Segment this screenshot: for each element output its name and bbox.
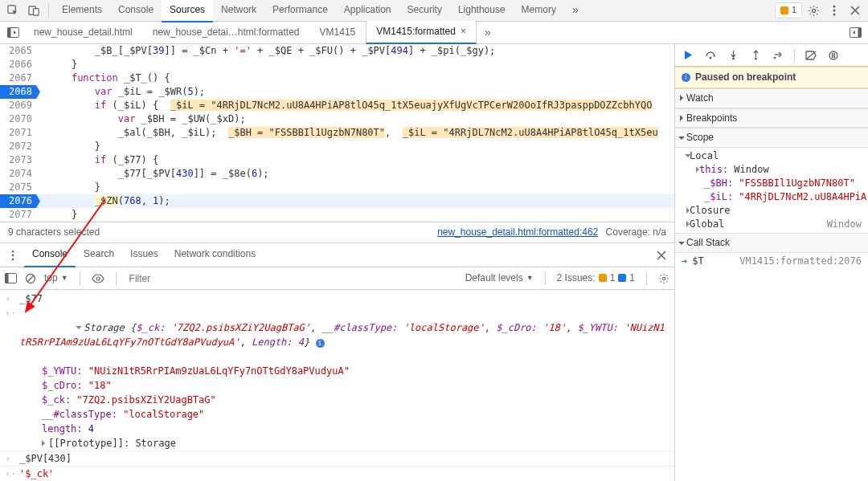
main-tab-security[interactable]: Security xyxy=(399,0,450,22)
code-line[interactable]: 2067 function _$T_() { xyxy=(0,71,674,85)
close-tab-icon[interactable]: × xyxy=(461,25,466,39)
code-line[interactable]: 2078 function _$wb(_$Cn) { xyxy=(0,222,674,222)
line-number-gutter[interactable]: 2066 xyxy=(0,58,40,71)
line-number-gutter[interactable]: 2071 xyxy=(0,126,40,140)
main-tab-performance[interactable]: Performance xyxy=(264,0,336,22)
live-expression-eye-icon[interactable] xyxy=(92,274,104,283)
drawer-close-icon[interactable] xyxy=(652,246,671,265)
source-tab[interactable]: new_house_detail.html xyxy=(24,21,143,44)
line-number-gutter[interactable]: 2070 xyxy=(0,112,40,126)
drawer-tab-console[interactable]: Console xyxy=(24,243,76,267)
scope-closure-header[interactable]: Closure xyxy=(686,204,868,218)
watch-section-header[interactable]: Watch xyxy=(675,88,868,108)
pause-on-exceptions-icon[interactable] xyxy=(824,46,843,65)
code-line[interactable]: 2077 } xyxy=(0,208,674,222)
source-tab[interactable]: VM1415 xyxy=(310,21,366,44)
main-tab-sources[interactable]: Sources xyxy=(162,0,213,22)
object-prototype[interactable]: [[Prototype]]: Storage xyxy=(19,436,669,450)
execution-context-selector[interactable]: top▼ xyxy=(44,271,68,285)
console-input-echo: _$PV[430] xyxy=(19,451,669,466)
source-location-link[interactable]: new_house_detail.html:formatted:462 xyxy=(437,226,598,238)
devtools-main-toolbar: ElementsConsoleSourcesNetworkPerformance… xyxy=(0,0,868,22)
scope-section-header[interactable]: Scope xyxy=(675,128,868,148)
info-icon[interactable]: i xyxy=(316,339,325,348)
debugger-sidebar-toggle-icon[interactable] xyxy=(845,23,865,43)
scope-local-header[interactable]: Local xyxy=(686,149,868,163)
step-out-icon[interactable] xyxy=(746,46,765,65)
code-line[interactable]: 2065 _$B_[_$PV[39]] = _$Cn + '=' + _$QE … xyxy=(0,44,674,58)
code-line[interactable]: 2076 _$ZN(768, 1); xyxy=(0,194,674,208)
main-tab-elements[interactable]: Elements xyxy=(54,0,110,22)
code-line[interactable]: 2071 _$al(_$BH, _$iL); _$BH = "FSSBBIl1U… xyxy=(0,126,674,140)
console-settings-gear-icon[interactable] xyxy=(658,273,669,284)
svg-point-13 xyxy=(12,254,14,256)
navigator-toggle-icon[interactable] xyxy=(3,23,23,43)
scope-global-header[interactable]: GlobalWindow xyxy=(686,218,868,231)
scope-variable[interactable]: this: Window xyxy=(696,163,868,177)
line-number-gutter[interactable]: 2068 xyxy=(0,85,40,99)
more-tabs-icon[interactable]: » xyxy=(566,1,585,20)
drawer-tab-search[interactable]: Search xyxy=(76,243,122,267)
line-number-gutter[interactable]: 2074 xyxy=(0,167,40,181)
line-number-gutter[interactable]: 2075 xyxy=(0,181,40,194)
line-number-gutter[interactable]: 2069 xyxy=(0,99,40,112)
code-line[interactable]: 2070 var _$BH = _$UW(_$xD); xyxy=(0,112,674,126)
svg-point-19 xyxy=(96,277,100,280)
console-result: '$_ck' xyxy=(19,467,669,481)
code-line[interactable]: 2074 _$77[_$PV[430]] = _$8e(6); xyxy=(0,167,674,181)
callstack-section-header[interactable]: Call Stack xyxy=(675,233,868,253)
step-into-icon[interactable] xyxy=(723,46,743,65)
console-filter-input[interactable] xyxy=(128,272,457,285)
resume-icon[interactable] xyxy=(678,46,698,65)
main-tab-lighthouse[interactable]: Lighthouse xyxy=(450,0,514,22)
console-output[interactable]: ›_$77 ‹· Storage {$_ck: '7ZQ2.psibsXZiY2… xyxy=(0,290,674,481)
line-number-gutter[interactable]: 2072 xyxy=(0,140,40,153)
more-source-tabs-icon[interactable]: » xyxy=(478,23,497,43)
step-icon[interactable] xyxy=(768,46,788,65)
line-number-gutter[interactable]: 2077 xyxy=(0,208,40,222)
device-toolbar-icon[interactable] xyxy=(24,1,43,20)
line-number-gutter[interactable]: 2067 xyxy=(0,71,40,85)
info-icon: i xyxy=(682,73,690,82)
code-line[interactable]: 2068 var _$iL = _$WR(5); xyxy=(0,85,674,99)
code-line[interactable]: 2072 } xyxy=(0,140,674,153)
code-line[interactable]: 2073 if (_$77) { xyxy=(0,153,674,167)
code-line[interactable]: 2066 } xyxy=(0,58,674,71)
log-levels-selector[interactable]: Default levels▼ xyxy=(465,271,534,285)
main-tab-application[interactable]: Application xyxy=(336,0,399,22)
main-tab-memory[interactable]: Memory xyxy=(514,0,564,22)
debugger-sidebar: i Paused on breakpoint Watch Breakpoints… xyxy=(675,44,868,481)
console-object-preview[interactable]: Storage {$_ck: '7ZQ2.psibsXZiY2UagBTaG',… xyxy=(19,306,669,364)
kebab-menu-icon[interactable] xyxy=(825,1,844,20)
console-sidebar-toggle-icon[interactable] xyxy=(5,273,17,283)
issues-summary[interactable]: 2 Issues: 1 1 xyxy=(557,271,635,285)
breakpoints-section-header[interactable]: Breakpoints xyxy=(675,108,868,128)
drawer-kebab-icon[interactable] xyxy=(3,246,23,265)
warnings-badge[interactable]: 1 xyxy=(775,2,802,18)
source-tab[interactable]: new_house_detai…html:formatted xyxy=(143,21,310,44)
code-line[interactable]: 2075 } xyxy=(0,181,674,194)
close-devtools-icon[interactable] xyxy=(845,1,865,20)
clear-console-icon[interactable] xyxy=(25,273,36,284)
line-number-gutter[interactable]: 2078 xyxy=(0,222,40,222)
deactivate-breakpoints-icon[interactable] xyxy=(801,46,821,65)
main-tab-console[interactable]: Console xyxy=(110,0,162,22)
paused-banner: i Paused on breakpoint xyxy=(675,67,868,88)
console-input-chevron-icon: › xyxy=(5,451,19,466)
code-line[interactable]: 2069 if (_$iL) { _$iL = "4RRjDL7NcM2.uU8… xyxy=(0,99,674,112)
inspect-element-icon[interactable] xyxy=(3,1,23,20)
code-editor[interactable]: 2065 _$B_[_$PV[39]] = _$Cn + '=' + _$QE … xyxy=(0,44,674,222)
source-tab[interactable]: VM1415:formatted× xyxy=(366,21,477,44)
drawer-tab-issues[interactable]: Issues xyxy=(122,243,166,267)
main-tab-network[interactable]: Network xyxy=(213,0,264,22)
line-number-gutter[interactable]: 2065 xyxy=(0,44,40,58)
object-property: $_cDro: "18" xyxy=(19,378,669,393)
line-number-gutter[interactable]: 2076 xyxy=(0,194,40,208)
step-over-icon[interactable] xyxy=(701,46,720,65)
callstack-frame[interactable]: ➔ $T VM1415:formatted:2076 xyxy=(675,253,868,270)
line-number-gutter[interactable]: 2073 xyxy=(0,153,40,167)
drawer-tab-network-conditions[interactable]: Network conditions xyxy=(166,243,264,267)
svg-point-21 xyxy=(709,57,711,59)
object-property: __#classType: "localStorage" xyxy=(19,407,669,422)
settings-gear-icon[interactable] xyxy=(804,1,823,20)
